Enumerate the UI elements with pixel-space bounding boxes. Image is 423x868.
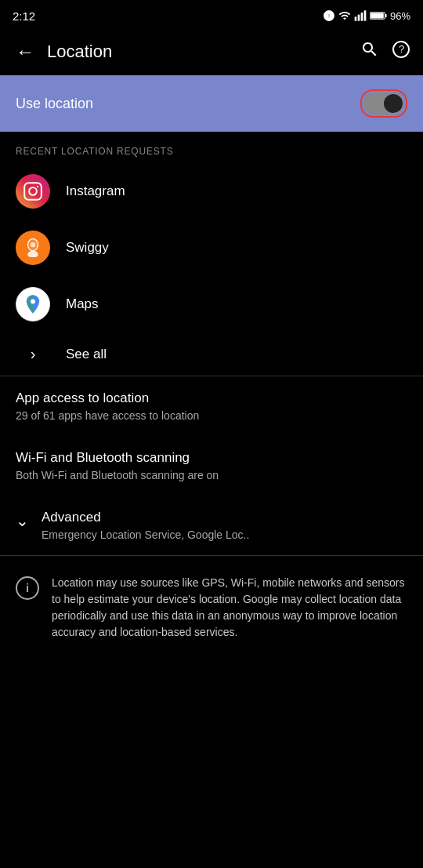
swiggy-icon xyxy=(16,231,50,265)
instagram-icon xyxy=(16,174,50,209)
svg-rect-2 xyxy=(361,13,363,21)
status-icons: 96% xyxy=(323,9,410,22)
svg-point-13 xyxy=(31,242,35,247)
battery-percent: 96% xyxy=(390,10,410,22)
info-text: Location may use sources like GPS, Wi-Fi… xyxy=(52,575,407,641)
status-bar: 2:12 96% xyxy=(0,0,423,28)
use-location-row[interactable]: Use location xyxy=(0,75,423,132)
use-location-toggle-container[interactable] xyxy=(360,89,407,118)
swiggy-svg xyxy=(22,237,44,259)
advanced-title: Advanced xyxy=(42,510,249,525)
battery-icon xyxy=(370,11,387,20)
svg-text:?: ? xyxy=(399,43,404,55)
divider-2 xyxy=(0,555,423,556)
see-all-label: See all xyxy=(66,347,107,362)
svg-rect-1 xyxy=(358,15,360,21)
see-all-chevron-icon: › xyxy=(16,345,50,363)
wifi-icon xyxy=(338,9,351,22)
use-location-toggle[interactable] xyxy=(363,93,404,114)
app-access-title: App access to location xyxy=(16,390,407,406)
advanced-subtitle: Emergency Location Service, Google Loc.. xyxy=(42,528,249,541)
back-button[interactable]: ← xyxy=(13,38,38,66)
svg-rect-6 xyxy=(385,14,387,17)
top-bar-actions: ? xyxy=(360,40,410,64)
app-item-instagram[interactable]: Instagram xyxy=(0,163,423,220)
page-title: Location xyxy=(47,42,351,62)
see-all-row[interactable]: › See all xyxy=(0,332,423,376)
signal-icon xyxy=(354,9,367,22)
info-icon: i xyxy=(16,576,39,600)
recent-requests-section: RECENT LOCATION REQUESTS Instagram Swigg… xyxy=(0,132,423,376)
search-button[interactable] xyxy=(360,40,379,64)
app-item-maps[interactable]: Maps xyxy=(0,276,423,332)
toggle-knob xyxy=(384,94,403,113)
svg-rect-9 xyxy=(24,183,42,200)
svg-point-11 xyxy=(37,186,38,187)
svg-rect-0 xyxy=(355,16,357,20)
svg-rect-3 xyxy=(364,10,367,20)
svg-rect-5 xyxy=(371,13,384,19)
advanced-chevron-icon: ⌄ xyxy=(16,510,29,530)
app-item-swiggy[interactable]: Swiggy xyxy=(0,220,423,276)
wifi-bluetooth-title: Wi-Fi and Bluetooth scanning xyxy=(16,450,407,466)
app-access-subtitle: 29 of 61 apps have access to location xyxy=(16,409,407,422)
status-time: 2:12 xyxy=(13,9,35,23)
help-button[interactable]: ? xyxy=(392,40,410,64)
wifi-bluetooth-row[interactable]: Wi-Fi and Bluetooth scanning Both Wi-Fi … xyxy=(0,436,423,496)
section-label-recent: RECENT LOCATION REQUESTS xyxy=(0,132,423,163)
wifi-bluetooth-subtitle: Both Wi-Fi and Bluetooth scanning are on xyxy=(16,469,407,481)
maps-icon xyxy=(16,287,50,321)
advanced-row[interactable]: ⌄ Advanced Emergency Location Service, G… xyxy=(0,496,423,555)
svg-point-10 xyxy=(29,187,37,195)
use-location-label: Use location xyxy=(16,96,93,112)
swiggy-label: Swiggy xyxy=(66,240,109,256)
advanced-content: Advanced Emergency Location Service, Goo… xyxy=(42,510,249,541)
maps-svg xyxy=(22,293,44,315)
top-bar: ← Location ? xyxy=(0,28,423,75)
instagram-svg xyxy=(23,181,43,202)
alarm-icon xyxy=(323,9,335,22)
svg-point-14 xyxy=(31,300,35,304)
info-section: i Location may use sources like GPS, Wi-… xyxy=(0,559,423,656)
app-access-row[interactable]: App access to location 29 of 61 apps hav… xyxy=(0,376,423,436)
instagram-label: Instagram xyxy=(66,183,125,199)
maps-label: Maps xyxy=(66,296,99,312)
